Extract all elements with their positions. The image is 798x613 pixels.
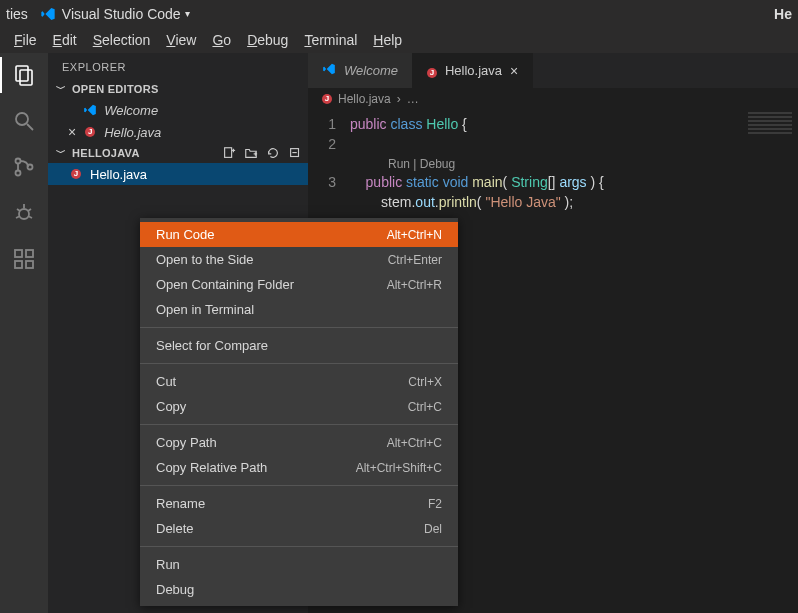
tab-welcome[interactable]: Welcome (308, 53, 413, 88)
menu-edit[interactable]: Edit (53, 32, 77, 48)
activities-label[interactable]: ties (6, 6, 28, 22)
menu-item-debug[interactable]: Debug (140, 577, 458, 602)
java-icon (322, 94, 332, 104)
menu-item-label: Copy (156, 399, 408, 414)
svg-rect-13 (15, 250, 22, 257)
menu-item-label: Cut (156, 374, 408, 389)
menu-item-open-in-terminal[interactable]: Open in Terminal (140, 297, 458, 322)
vscode-icon (40, 6, 56, 22)
svg-rect-0 (16, 66, 28, 81)
os-top-bar: ties Visual Studio Code ▾ He (0, 0, 798, 27)
menu-item-label: Open to the Side (156, 252, 388, 267)
menu-separator (140, 327, 458, 328)
minimap[interactable] (742, 110, 798, 320)
line-number: 1 (308, 114, 336, 134)
menu-item-open-to-the-side[interactable]: Open to the SideCtrl+Enter (140, 247, 458, 272)
menu-item-shortcut: Ctrl+Enter (388, 253, 442, 267)
new-file-icon[interactable] (222, 146, 236, 160)
breadcrumb-separator-icon: › (397, 92, 401, 106)
vscode-icon (82, 103, 98, 117)
java-icon (82, 127, 98, 137)
menu-item-open-containing-folder[interactable]: Open Containing FolderAlt+Ctrl+R (140, 272, 458, 297)
code-editor[interactable]: 123 public class Hello { Run | Debug pub… (308, 110, 798, 212)
svg-line-3 (27, 124, 33, 130)
menu-terminal[interactable]: Terminal (304, 32, 357, 48)
activity-bar (0, 53, 48, 613)
project-header[interactable]: ﹀ HELLOJAVA (48, 143, 308, 163)
new-folder-icon[interactable] (244, 146, 258, 160)
breadcrumb-file: Hello.java (338, 92, 391, 106)
project-label: HELLOJAVA (72, 147, 222, 159)
menu-separator (140, 485, 458, 486)
svg-line-10 (28, 209, 31, 211)
code-line[interactable]: public static void main( String[] args )… (350, 172, 798, 192)
menu-view[interactable]: View (166, 32, 196, 48)
menu-item-select-for-compare[interactable]: Select for Compare (140, 333, 458, 358)
collapse-all-icon[interactable] (288, 146, 302, 160)
file-label: Hello.java (104, 125, 161, 140)
open-editors-header[interactable]: ﹀ OPEN EDITORS (48, 79, 308, 99)
svg-line-11 (16, 216, 20, 218)
java-icon (68, 169, 84, 179)
open-editor-item[interactable]: ×Hello.java (48, 121, 308, 143)
menu-item-copy-path[interactable]: Copy PathAlt+Ctrl+C (140, 430, 458, 455)
menu-item-label: Run (156, 557, 442, 572)
open-editor-item[interactable]: ×Welcome (48, 99, 308, 121)
code-line[interactable] (350, 134, 798, 154)
breadcrumb[interactable]: Hello.java › … (308, 88, 798, 110)
vscode-icon (322, 62, 336, 79)
close-icon[interactable]: × (68, 125, 76, 139)
menu-separator (140, 546, 458, 547)
explorer-icon[interactable] (10, 61, 38, 89)
menu-item-cut[interactable]: CutCtrl+X (140, 369, 458, 394)
dropdown-arrow-icon[interactable]: ▾ (185, 8, 190, 19)
code-line[interactable]: stem.out.println( "Hello Java" ); (350, 192, 798, 212)
menu-item-copy-relative-path[interactable]: Copy Relative PathAlt+Ctrl+Shift+C (140, 455, 458, 480)
code-line[interactable]: public class Hello { (350, 114, 798, 134)
svg-point-2 (16, 113, 28, 125)
menu-item-label: Run Code (156, 227, 387, 242)
breadcrumb-more: … (407, 92, 419, 106)
menu-file[interactable]: File (14, 32, 37, 48)
svg-point-7 (19, 209, 29, 219)
svg-rect-1 (20, 70, 32, 85)
refresh-icon[interactable] (266, 146, 280, 160)
menu-item-run[interactable]: Run (140, 552, 458, 577)
menu-selection[interactable]: Selection (93, 32, 151, 48)
app-name[interactable]: Visual Studio Code (62, 6, 181, 22)
extensions-icon[interactable] (10, 245, 38, 273)
tab-label: Welcome (344, 63, 398, 78)
menu-separator (140, 363, 458, 364)
menu-item-shortcut: F2 (428, 497, 442, 511)
menu-item-run-code[interactable]: Run CodeAlt+Ctrl+N (140, 222, 458, 247)
sidebar-title: EXPLORER (48, 53, 308, 79)
menu-item-label: Rename (156, 496, 428, 511)
os-bar-right: He (774, 6, 792, 22)
close-icon[interactable]: × (510, 63, 518, 79)
codelens[interactable]: Run | Debug (350, 154, 798, 172)
source-control-icon[interactable] (10, 153, 38, 181)
menu-item-rename[interactable]: RenameF2 (140, 491, 458, 516)
menu-item-shortcut: Alt+Ctrl+Shift+C (356, 461, 442, 475)
context-menu: Run CodeAlt+Ctrl+NOpen to the SideCtrl+E… (140, 218, 458, 606)
menu-item-shortcut: Del (424, 522, 442, 536)
line-number: 2 (308, 134, 336, 154)
debug-icon[interactable] (10, 199, 38, 227)
svg-line-12 (28, 216, 32, 218)
menu-go[interactable]: Go (212, 32, 231, 48)
menu-item-delete[interactable]: DeleteDel (140, 516, 458, 541)
menu-item-shortcut: Alt+Ctrl+R (387, 278, 442, 292)
svg-point-4 (16, 159, 21, 164)
menu-item-label: Debug (156, 582, 442, 597)
svg-rect-16 (26, 250, 33, 257)
menu-separator (140, 424, 458, 425)
menu-item-shortcut: Ctrl+C (408, 400, 442, 414)
search-icon[interactable] (10, 107, 38, 135)
menu-item-copy[interactable]: CopyCtrl+C (140, 394, 458, 419)
menu-item-label: Delete (156, 521, 424, 536)
menu-debug[interactable]: Debug (247, 32, 288, 48)
menu-help[interactable]: Help (373, 32, 402, 48)
file-label: Hello.java (90, 167, 147, 182)
project-file-item[interactable]: Hello.java (48, 163, 308, 185)
tab-hello-java[interactable]: Hello.java× (413, 53, 533, 88)
